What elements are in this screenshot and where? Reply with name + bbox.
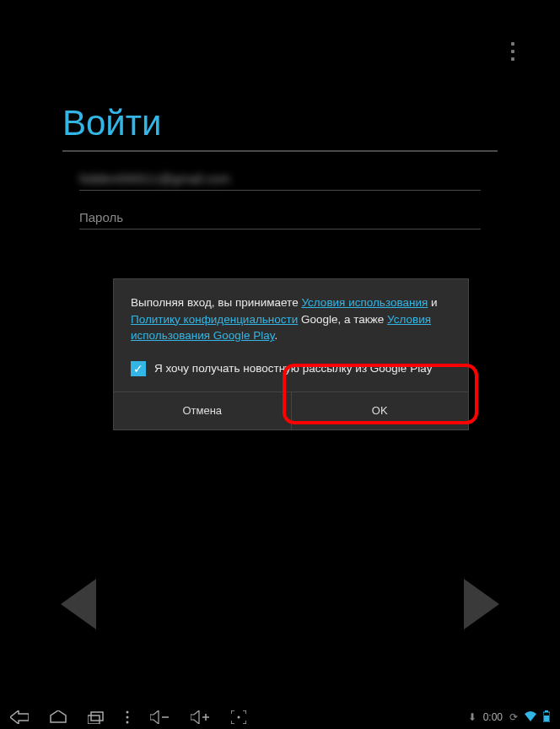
page-title: Войти bbox=[62, 103, 498, 150]
svg-rect-10 bbox=[545, 710, 548, 712]
login-page: Войти hidden000011@gmail.com Пароль bbox=[62, 103, 498, 245]
title-divider bbox=[62, 150, 498, 152]
status-area: ⬇ 0:00 ⟳ bbox=[468, 710, 550, 725]
nav-next-icon[interactable] bbox=[464, 579, 499, 629]
dialog-message: Выполняя вход, вы принимаете Условия исп… bbox=[114, 279, 468, 354]
email-value: hidden000011@gmail.com bbox=[79, 171, 230, 186]
screenshot-icon[interactable] bbox=[231, 710, 246, 724]
screen-container: Войти hidden000011@gmail.com Пароль Выпо… bbox=[10, 10, 550, 705]
dialog-text-prefix: Выполняя вход, вы принимаете bbox=[131, 296, 301, 309]
svg-rect-1 bbox=[91, 712, 103, 721]
password-field[interactable]: Пароль bbox=[79, 206, 481, 230]
newsletter-checkbox-row: ✓ Я хочу получать новостную рассылку из … bbox=[114, 354, 468, 392]
tos-link[interactable]: Условия использования bbox=[301, 296, 428, 309]
svg-rect-11 bbox=[544, 716, 549, 721]
system-navbar: ⬇ 0:00 ⟳ bbox=[0, 705, 560, 729]
svg-point-8 bbox=[238, 716, 240, 719]
newsletter-checkbox[interactable]: ✓ bbox=[131, 361, 146, 376]
nav-prev-icon[interactable] bbox=[61, 579, 96, 629]
svg-point-4 bbox=[127, 721, 129, 724]
overflow-menu-icon[interactable] bbox=[511, 42, 516, 61]
wifi-icon bbox=[525, 711, 536, 724]
dialog-text-period: . bbox=[274, 329, 277, 342]
recents-icon[interactable] bbox=[88, 710, 105, 724]
svg-rect-0 bbox=[88, 716, 100, 724]
battery-icon bbox=[543, 710, 550, 725]
nav-arrows bbox=[10, 579, 550, 629]
clock: 0:00 bbox=[483, 711, 503, 723]
email-field[interactable]: hidden000011@gmail.com bbox=[79, 167, 481, 191]
password-placeholder: Пароль bbox=[79, 210, 123, 224]
ok-button[interactable]: OK bbox=[292, 392, 469, 429]
dialog-button-row: Отмена OK bbox=[114, 392, 468, 429]
more-icon[interactable] bbox=[125, 710, 130, 724]
back-icon[interactable] bbox=[10, 710, 29, 724]
download-icon: ⬇ bbox=[468, 711, 477, 723]
newsletter-label: Я хочу получать новостную рассылку из Go… bbox=[154, 362, 432, 375]
svg-point-3 bbox=[127, 716, 129, 719]
cancel-button[interactable]: Отмена bbox=[114, 392, 292, 429]
home-icon[interactable] bbox=[49, 710, 67, 724]
dialog-text-google: Google, а также bbox=[298, 313, 387, 326]
dialog-text-and: и bbox=[428, 296, 437, 309]
terms-dialog: Выполняя вход, вы принимаете Условия исп… bbox=[113, 278, 469, 430]
sync-icon: ⟳ bbox=[509, 711, 518, 723]
volume-up-icon[interactable] bbox=[191, 710, 211, 724]
svg-point-2 bbox=[127, 711, 129, 714]
privacy-link[interactable]: Политику конфиденциальности bbox=[131, 313, 298, 326]
volume-down-icon[interactable] bbox=[150, 710, 170, 724]
